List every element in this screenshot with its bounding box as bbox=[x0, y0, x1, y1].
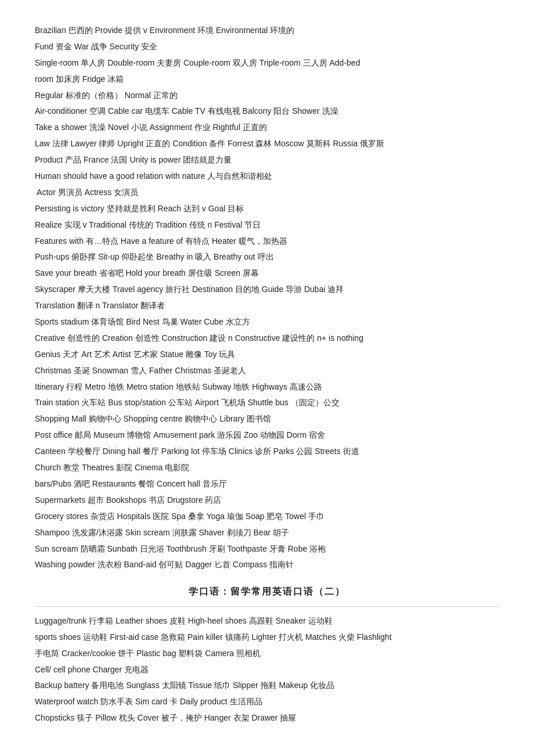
vocab-line: Sun scream 防晒霜 Sunbath 日光浴 Toothbrush 牙刷… bbox=[35, 542, 499, 557]
vocab-line: Product 产品 France 法国 Unity is power 团结就是… bbox=[35, 153, 499, 168]
vocab-line-2: Cell/ cell phone Charger 充电器 bbox=[35, 663, 499, 678]
vocab-line: Itinerary 行程 Metro 地铁 Metro station 地铁站 … bbox=[35, 380, 499, 395]
vocab-line: Translation 翻译 n Translator 翻译者 bbox=[35, 298, 499, 314]
vocab-line: Post office 邮局 Museum 博物馆 Amusement park… bbox=[35, 428, 499, 443]
vocab-line: Persisting is victory 坚持就是胜利 Reach 达到 v … bbox=[35, 201, 499, 217]
vocab-line: Brazilian 巴西的 Provide 提供 v Environment 环… bbox=[35, 23, 499, 38]
vocab-line: Fund 资金 War 战争 Security 安全 bbox=[35, 39, 499, 55]
vocab-line: bars/Pubs 酒吧 Restaurants 餐馆 Concert hall… bbox=[35, 477, 499, 492]
section-divider bbox=[35, 606, 499, 607]
vocab-line: Realize 实现 v Traditional 传统的 Tradition 传… bbox=[35, 218, 499, 233]
vocab-line: Church 教堂 Theatres 影院 Cinema 电影院 bbox=[35, 460, 499, 476]
section-title: 学口语：留学常用英语口语（二） bbox=[35, 583, 499, 600]
vocab-line: Take a shower 洗澡 Novel 小说 Assignment 作业 … bbox=[35, 120, 499, 135]
vocab-line: Features with 有…特点 Have a feature of 有特点… bbox=[35, 234, 499, 249]
vocab-line-2: sports shoes 运动鞋 First-aid case 急救箱 Pain… bbox=[35, 630, 499, 645]
vocab-line: Creative 创造性的 Creation 创造性 Construction … bbox=[35, 331, 499, 346]
vocab-line: Skyscraper 摩天大楼 Travel agency 旅行社 Destin… bbox=[35, 282, 499, 297]
vocab-line: Grocery stores 杂货店 Hospitals 医院 Spa 桑拿 Y… bbox=[35, 509, 499, 524]
vocab-line-2: 手电筒 Cracker/cookie 饼干 Plastic bag 塑料袋 Ca… bbox=[35, 646, 499, 661]
vocab-line: room 加床房 Fridge 冰箱 bbox=[35, 72, 499, 87]
vocab-line: Push-ups 俯卧撑 Sit-up 仰卧起坐 Breathy in 吸入 B… bbox=[35, 250, 499, 265]
vocab-line: Washing powder 洗衣粉 Band-aid 创可贴 Dagger 匕… bbox=[35, 557, 499, 573]
vocab-line: Shampoo 洗发露/沐浴露 Skin scream 润肤露 Shaver 剃… bbox=[35, 525, 499, 541]
vocab-line: Regular 标准的（价格） Normal 正常的 bbox=[35, 88, 499, 103]
vocab-line: Train station 火车站 Bus stop/station 公车站 A… bbox=[35, 395, 499, 411]
vocab-line: Christmas 圣诞 Snowman 雪人 Father Christmas… bbox=[35, 363, 499, 379]
vocab-line: Law 法律 Lawyer 律师 Upright 正直的 Condition 条… bbox=[35, 136, 499, 152]
vocabulary-lines-2: Luggage/trunk 行李箱 Leather shoes 皮鞋 High-… bbox=[35, 614, 499, 726]
vocab-line-2: Chopsticks 筷子 Pillow 枕头 Cover 被子，掩护 Hang… bbox=[35, 711, 499, 726]
vocab-line: Save your breath 省省吧 Hold your breath 屏住… bbox=[35, 266, 499, 281]
vocab-line: Human should have a good relation with n… bbox=[35, 169, 499, 184]
vocab-line: Supermarkets 超市 Bookshops 书店 Drugstore 药… bbox=[35, 493, 499, 508]
vocab-line: Sports stadium 体育场馆 Bird Nest 鸟巢 Water C… bbox=[35, 315, 499, 330]
vocab-line: Actor 男演员 Actress 女演员 bbox=[35, 185, 499, 200]
vocab-line: Genius 天才 Art 艺术 Artist 艺术家 Statue 雕像 To… bbox=[35, 347, 499, 362]
vocab-line: Shopping Mall 购物中心 Shopping centre 购物中心 … bbox=[35, 412, 499, 427]
vocab-line: Canteen 学校餐厅 Dining hall 餐厅 Parking lot … bbox=[35, 444, 499, 459]
vocab-line-2: Luggage/trunk 行李箱 Leather shoes 皮鞋 High-… bbox=[35, 614, 499, 629]
main-content: Brazilian 巴西的 Provide 提供 v Environment 环… bbox=[35, 23, 499, 726]
vocab-line: Single-room 单人房 Double-room 夫妻房 Couple-r… bbox=[35, 56, 499, 71]
vocabulary-lines: Brazilian 巴西的 Provide 提供 v Environment 环… bbox=[35, 23, 499, 573]
vocab-line-2: Waterproof watch 防水手表 Sim card 卡 Daily p… bbox=[35, 694, 499, 710]
vocab-line: Air-conditioner 空调 Cable car 电缆车 Cable T… bbox=[35, 104, 499, 119]
vocab-line-2: Backup battery 备用电池 Sunglass 太阳镜 Tissue … bbox=[35, 678, 499, 693]
